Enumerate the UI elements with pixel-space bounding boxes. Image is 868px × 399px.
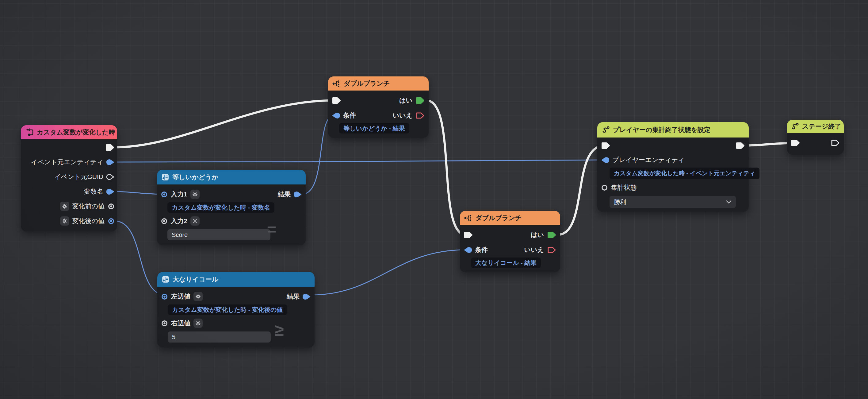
exec-out-port[interactable] bbox=[105, 144, 115, 151]
right-value-in-port[interactable] bbox=[161, 320, 168, 327]
left-value-chip[interactable]: カスタム変数が変化した時 - 変化後の値 bbox=[168, 305, 287, 315]
yes-exec-out-port[interactable] bbox=[415, 97, 425, 104]
condition-row: 条件 いいえ bbox=[460, 243, 560, 257]
port-label-result: 結果 bbox=[287, 292, 300, 301]
input1-value-chip[interactable]: カスタム変数が変化した時 - 変数名 bbox=[167, 202, 274, 213]
player-entity-value-chip[interactable]: カスタム変数が変化した時 - イベント元エンティティ bbox=[610, 168, 760, 179]
chevron-down-icon bbox=[726, 200, 732, 204]
port-label-condition: 条件 bbox=[343, 111, 356, 120]
exec-in-port[interactable] bbox=[601, 142, 611, 149]
result-out-port[interactable] bbox=[294, 191, 302, 198]
port-label-entity: イベント元エンティティ bbox=[31, 158, 103, 166]
condition-value-chip[interactable]: 等しいかどうか - 結果 bbox=[339, 123, 409, 134]
node-greater-or-equal[interactable]: 大なりイコール ≥ 左辺値 結果 カスタム変数が変化した時 - 変化後の値 bbox=[157, 272, 315, 347]
port-row: 変数名 bbox=[21, 184, 117, 199]
node-double-branch-1[interactable]: ダブルブランチ はい 条件 いいえ 等しい bbox=[328, 77, 429, 138]
after-value-out-port[interactable] bbox=[107, 218, 115, 225]
wire-exec-setstate-to-stageend[interactable] bbox=[745, 143, 794, 145]
node-double-branch-2[interactable]: ダブルブランチ はい 条件 いいえ 大なり bbox=[460, 211, 560, 272]
port-label-result: 結果 bbox=[278, 190, 291, 199]
port-label-no: いいえ bbox=[524, 246, 544, 254]
input2-in-port[interactable] bbox=[161, 218, 168, 225]
player-entity-in-port[interactable] bbox=[601, 157, 609, 163]
node-header: 等しいかどうか bbox=[157, 170, 306, 184]
gear-button[interactable] bbox=[190, 190, 199, 199]
node-body: プレイヤーエンティティ カスタム変数が変化した時 - イベント元エンティティ 集… bbox=[597, 138, 749, 212]
port-row: 左辺値 結果 bbox=[157, 289, 315, 304]
port-label-input1: 入力1 bbox=[171, 190, 187, 199]
exec-row bbox=[597, 138, 749, 153]
exec-row: はい bbox=[328, 92, 429, 108]
no-exec-out-port[interactable] bbox=[415, 112, 425, 119]
gear-button[interactable] bbox=[190, 217, 199, 226]
node-header: カスタム変数が変化した時 bbox=[21, 125, 117, 139]
node-stage-end[interactable]: ステージ終了 bbox=[787, 120, 844, 155]
node-header: 大なりイコール bbox=[157, 272, 315, 287]
port-row: 変化後の値 bbox=[21, 213, 117, 228]
branch-icon bbox=[332, 80, 341, 88]
port-row: イベント元GUID bbox=[21, 169, 117, 184]
tally-state-dropdown[interactable]: 勝利 bbox=[610, 196, 736, 208]
calculator-icon bbox=[161, 173, 169, 181]
node-is-equal[interactable]: 等しいかどうか = 入力1 結果 カスタム変数が変化した時 - 変数名 bbox=[157, 170, 306, 245]
condition-in-port[interactable] bbox=[464, 247, 472, 253]
gear-button[interactable] bbox=[193, 319, 203, 328]
node-body bbox=[787, 133, 844, 155]
wire-exec-event-to-branch1[interactable] bbox=[114, 101, 335, 147]
exec-in-port[interactable] bbox=[464, 231, 473, 238]
branch-icon bbox=[464, 214, 472, 222]
node-title: プレイヤーの集計終了状態を設定 bbox=[613, 125, 710, 134]
right-value-field[interactable] bbox=[168, 332, 271, 343]
condition-value-chip[interactable]: 大なりイコール - 結果 bbox=[471, 257, 541, 268]
left-value-in-port[interactable] bbox=[161, 293, 168, 300]
port-label-no: いいえ bbox=[393, 111, 412, 120]
before-value-out-port[interactable] bbox=[107, 203, 115, 210]
input2-field[interactable] bbox=[167, 229, 271, 240]
port-row: 入力2 bbox=[157, 214, 306, 228]
port-row: 右辺値 bbox=[157, 316, 315, 330]
wire-entity-to-player[interactable] bbox=[115, 160, 603, 162]
port-label-input2: 入力2 bbox=[171, 217, 187, 225]
wire-gte-result-to-branch2-condition[interactable] bbox=[311, 250, 465, 295]
port-label-tally-state: 集計状態 bbox=[611, 183, 637, 192]
tally-state-selected: 勝利 bbox=[614, 198, 626, 206]
tally-state-in-port[interactable] bbox=[601, 184, 608, 191]
entity-out-port[interactable] bbox=[106, 159, 115, 165]
port-label-player-entity: プレイヤーエンティティ bbox=[612, 155, 685, 164]
port-label-yes: はい bbox=[531, 230, 544, 239]
node-header: ステージ終了 bbox=[787, 120, 844, 133]
node-title: 大なりイコール bbox=[173, 275, 218, 284]
event-loop-icon bbox=[25, 128, 34, 137]
value-chip-row: 大なりイコール - 結果 bbox=[460, 257, 560, 269]
yes-exec-out-port[interactable] bbox=[547, 231, 557, 238]
value-chip-row: カスタム変数が変化した時 - イベント元エンティティ bbox=[597, 167, 749, 180]
gear-button[interactable] bbox=[60, 217, 69, 226]
input1-in-port[interactable] bbox=[161, 191, 168, 198]
node-graph-canvas[interactable]: カスタム変数が変化した時 イベント元エンティティ イベント元GUID 変数名 変… bbox=[0, 0, 868, 399]
guid-out-port[interactable] bbox=[106, 174, 115, 180]
port-label-yes: はい bbox=[399, 96, 412, 105]
exec-out-port[interactable] bbox=[831, 139, 840, 146]
port-label-guid: イベント元GUID bbox=[55, 172, 103, 181]
node-header: プレイヤーの集計終了状態を設定 bbox=[597, 122, 749, 138]
exec-row: はい bbox=[460, 227, 560, 243]
exec-in-port[interactable] bbox=[791, 139, 800, 146]
exec-in-port[interactable] bbox=[332, 97, 341, 104]
condition-row: 条件 いいえ bbox=[328, 108, 429, 122]
condition-in-port[interactable] bbox=[332, 112, 340, 119]
port-label-condition: 条件 bbox=[475, 246, 488, 254]
node-title: カスタム変数が変化した時 bbox=[37, 128, 115, 137]
port-row: イベント元エンティティ bbox=[21, 155, 117, 169]
port-label-before-value: 変化前の値 bbox=[72, 202, 105, 210]
exec-out-port[interactable] bbox=[736, 142, 745, 149]
gear-button[interactable] bbox=[60, 202, 69, 211]
gear-button[interactable] bbox=[193, 292, 203, 301]
port-label-after-value: 変化後の値 bbox=[72, 217, 105, 225]
node-title: ダブルブランチ bbox=[475, 213, 522, 222]
varname-out-port[interactable] bbox=[106, 189, 115, 195]
result-out-port[interactable] bbox=[303, 293, 311, 300]
port-row: プレイヤーエンティティ bbox=[597, 153, 749, 167]
node-custom-variable-changed[interactable]: カスタム変数が変化した時 イベント元エンティティ イベント元GUID 変数名 変… bbox=[21, 125, 117, 231]
no-exec-out-port[interactable] bbox=[547, 247, 557, 254]
node-set-player-tally-state[interactable]: プレイヤーの集計終了状態を設定 プレイヤーエンティティ カスタム変数が変化した時… bbox=[597, 122, 749, 212]
